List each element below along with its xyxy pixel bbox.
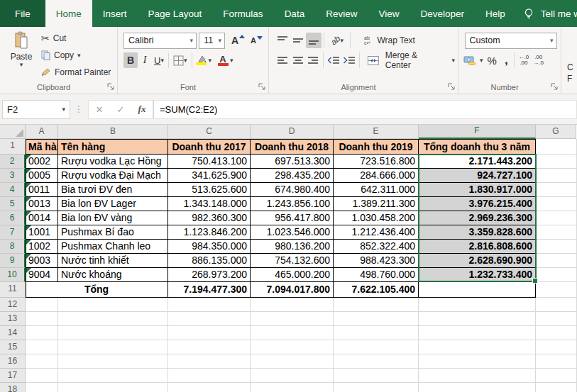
wrap-text-button[interactable]: abc↵ Wrap Text xyxy=(364,32,415,49)
cell-code[interactable]: 9004 xyxy=(26,268,58,282)
tell-me-box[interactable]: Tell me what you want to xyxy=(516,0,577,27)
cell-name[interactable]: Pushmax Bí đao xyxy=(58,225,168,240)
cell-2018[interactable]: 298.435.200 xyxy=(251,169,334,183)
row-header-10[interactable]: 10 xyxy=(0,268,26,282)
font-size-combo[interactable]: 11▾ xyxy=(199,33,225,49)
cell-empty[interactable] xyxy=(168,369,251,383)
row-header-7[interactable]: 7 xyxy=(0,225,26,240)
cell-empty[interactable] xyxy=(334,383,419,392)
cell-2018[interactable]: 674.980.400 xyxy=(251,183,334,197)
cell-2018[interactable]: 465.000.200 xyxy=(251,268,334,282)
cell-empty[interactable] xyxy=(419,312,536,326)
cell-code[interactable]: 0013 xyxy=(26,197,58,211)
cell-code[interactable]: 0005 xyxy=(26,169,58,183)
cell-2018[interactable]: 1.243.856.100 xyxy=(251,197,334,211)
cut-button[interactable]: ✂ Cut xyxy=(41,30,111,47)
bottom-align-button[interactable] xyxy=(306,33,322,48)
cell-name[interactable]: Rượu vodka Đại Mạch xyxy=(58,169,168,183)
cell-empty[interactable] xyxy=(536,383,577,392)
cell-empty[interactable] xyxy=(58,298,168,312)
row-header-16[interactable]: 16 xyxy=(0,354,26,369)
column-header-d[interactable]: D xyxy=(251,125,334,139)
cell-total-selected[interactable]: 2.628.690.900 xyxy=(419,254,536,268)
row-header-13[interactable]: 13 xyxy=(0,312,26,326)
cell-empty[interactable] xyxy=(419,340,536,354)
column-header-e[interactable]: E xyxy=(334,125,419,139)
cell-total-selected[interactable]: 3.359.828.600 xyxy=(419,225,536,240)
cell-empty[interactable] xyxy=(168,354,251,369)
percent-style-button[interactable]: % xyxy=(483,55,501,67)
cell-code[interactable]: 0014 xyxy=(26,211,58,225)
decrease-font-button[interactable]: A xyxy=(248,35,265,45)
cell-2017[interactable]: 513.625.600 xyxy=(168,183,251,197)
tab-data[interactable]: Data xyxy=(274,0,316,27)
column-header-a[interactable]: A xyxy=(26,125,58,139)
row-header-1[interactable]: 1 xyxy=(0,139,26,155)
align-center-button[interactable] xyxy=(290,52,306,68)
tab-help[interactable]: Help xyxy=(475,0,516,27)
row-header-2[interactable]: 2 xyxy=(0,155,26,169)
cell-2017[interactable]: 1.123.846.200 xyxy=(168,225,251,240)
cell-2019[interactable]: 1.212.436.400 xyxy=(334,225,419,240)
select-all-corner[interactable] xyxy=(0,125,26,139)
cell-empty[interactable] xyxy=(26,340,58,354)
cell-code[interactable]: 9003 xyxy=(26,254,58,268)
cell-empty[interactable] xyxy=(536,254,577,268)
row-header-4[interactable]: 4 xyxy=(0,183,26,197)
cell-empty[interactable] xyxy=(334,369,419,383)
orientation-button[interactable]: ab▾ xyxy=(326,33,348,48)
cell-empty[interactable] xyxy=(168,298,251,312)
cell-2019[interactable]: 723.516.800 xyxy=(334,155,419,169)
cell-2019[interactable]: 1.030.458.200 xyxy=(334,211,419,225)
cell-empty[interactable] xyxy=(536,298,577,312)
cell-total-selected[interactable]: 924.727.100 xyxy=(419,169,536,183)
cell-2019[interactable]: 498.760.000 xyxy=(334,268,419,282)
decrease-indent-button[interactable] xyxy=(326,52,341,68)
row-header-17[interactable]: 17 xyxy=(0,369,26,383)
cell-empty[interactable] xyxy=(26,354,58,369)
cell-2019[interactable]: 1.389.211.300 xyxy=(334,197,419,211)
borders-button[interactable]: ▾ xyxy=(171,52,189,68)
cell-empty[interactable] xyxy=(58,340,168,354)
cell-total-selected[interactable]: 2.816.808.600 xyxy=(419,240,536,254)
cell-empty[interactable] xyxy=(26,298,58,312)
cell-empty[interactable] xyxy=(168,383,251,392)
cell-code[interactable]: 1001 xyxy=(26,225,58,240)
cell-empty[interactable] xyxy=(251,369,334,383)
row-header-18[interactable]: 18 xyxy=(0,383,26,392)
italic-button[interactable]: I xyxy=(138,52,152,68)
column-header-b[interactable]: B xyxy=(58,125,168,139)
row-header-9[interactable]: 9 xyxy=(0,254,26,268)
cell-2019[interactable]: 852.322.400 xyxy=(334,240,419,254)
cell-empty[interactable] xyxy=(26,312,58,326)
tab-home[interactable]: Home xyxy=(45,0,92,27)
cell-code[interactable]: 1002 xyxy=(26,240,58,254)
font-name-combo[interactable]: Calibri▾ xyxy=(123,33,197,49)
total-label-cell[interactable]: Tổng xyxy=(26,282,168,298)
cell-name[interactable]: Bia lon ĐV Lager xyxy=(58,197,168,211)
cell-2018[interactable]: 754.132.600 xyxy=(251,254,334,268)
paste-button[interactable]: Paste ▾ xyxy=(6,31,37,67)
row-header-3[interactable]: 3 xyxy=(0,169,26,183)
cell-total-selected[interactable]: 2.969.236.300 xyxy=(419,211,536,225)
cell-empty[interactable] xyxy=(58,369,168,383)
cell-empty[interactable] xyxy=(26,326,58,340)
accounting-format-button[interactable]: ▾ xyxy=(463,52,483,69)
cell-name[interactable]: Bia lon ĐV vàng xyxy=(58,211,168,225)
row-header-5[interactable]: 5 xyxy=(0,197,26,211)
align-left-button[interactable] xyxy=(275,52,290,68)
cell-2019[interactable]: 988.423.300 xyxy=(334,254,419,268)
comma-style-button[interactable]: , xyxy=(501,53,512,67)
cell-empty[interactable] xyxy=(536,369,577,383)
cell-empty[interactable] xyxy=(251,326,334,340)
cell-2017[interactable]: 341.625.900 xyxy=(168,169,251,183)
cell-empty[interactable] xyxy=(334,354,419,369)
row-header-14[interactable]: 14 xyxy=(0,326,26,340)
header-cell-2019[interactable]: Doanh thu 2019 xyxy=(334,139,419,155)
cell-empty[interactable] xyxy=(58,383,168,392)
cell-empty[interactable] xyxy=(419,383,536,392)
align-right-button[interactable] xyxy=(306,52,322,68)
cell-2019[interactable]: 642.311.000 xyxy=(334,183,419,197)
number-format-combo[interactable]: Custom▾ xyxy=(465,33,557,49)
column-header-f-selected[interactable]: F xyxy=(419,125,536,139)
